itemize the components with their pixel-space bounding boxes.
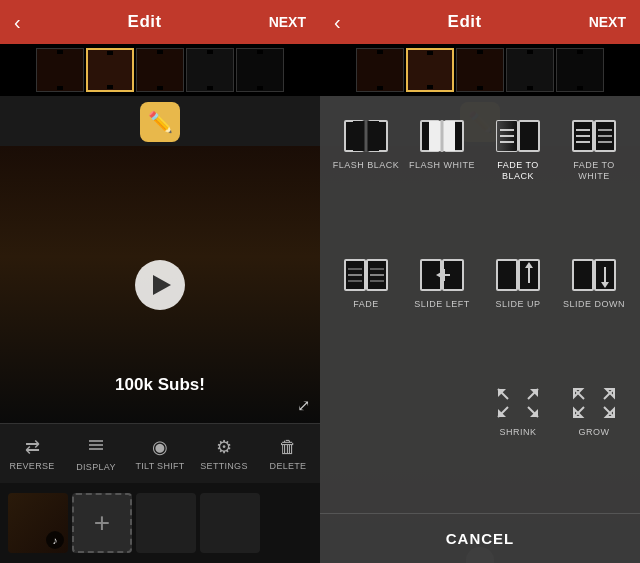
toolbar-item-tiltshift[interactable]: ◉ TILT SHIFT — [128, 436, 192, 471]
reverse-icon: ⇄ — [25, 436, 40, 458]
flash-black-icon — [342, 118, 390, 154]
transition-slide-down[interactable]: SLIDE DOWN — [556, 249, 632, 377]
transition-slide-left[interactable]: SLIDE LEFT — [404, 249, 480, 377]
fade-label: FADE — [353, 299, 379, 310]
toolbar-item-delete[interactable]: 🗑 DELETE — [256, 437, 320, 471]
fade-icon — [342, 257, 390, 293]
slide-down-label: SLIDE DOWN — [563, 299, 625, 310]
tiltshift-label: TILT SHIFT — [135, 461, 184, 471]
svg-line-56 — [604, 389, 614, 399]
right-film-frame[interactable] — [556, 48, 604, 92]
transition-empty — [328, 377, 404, 505]
film-frame-selected[interactable] — [86, 48, 134, 92]
transition-empty2 — [404, 377, 480, 505]
right-next-button[interactable]: NEXT — [589, 14, 626, 30]
right-panel: ‹ Edit NEXT ✏️ — [320, 0, 640, 563]
delete-label: DELETE — [270, 461, 307, 471]
empty-clip-2 — [200, 493, 260, 553]
film-frame[interactable] — [186, 48, 234, 92]
left-video-title: 100k Subs! — [115, 375, 205, 395]
clip-thumb-1[interactable]: ♪ — [8, 493, 68, 553]
left-filmstrip — [0, 44, 320, 96]
transition-fade-to-white[interactable]: FADE TO WHITE — [556, 110, 632, 249]
grow-icon — [570, 385, 618, 421]
svg-line-58 — [574, 407, 584, 417]
fade-to-white-label: FADE TO WHITE — [560, 160, 628, 182]
reverse-label: REVERSE — [9, 461, 54, 471]
transition-grid: FLASH BLACK FLASH WHITE — [320, 96, 640, 513]
right-film-frame-selected[interactable] — [406, 48, 454, 92]
film-frame[interactable] — [36, 48, 84, 92]
transition-slide-up[interactable]: SLIDE UP — [480, 249, 556, 377]
left-panel: ‹ Edit NEXT ✏️ 100k Subs! ⤢ ⇄ REVERSE — [0, 0, 320, 563]
flash-white-label: FLASH WHITE — [409, 160, 475, 171]
svg-line-60 — [604, 407, 614, 417]
flash-white-icon — [418, 118, 466, 154]
shrink-icon — [494, 385, 542, 421]
fade-to-black-icon — [494, 118, 542, 154]
svg-line-54 — [574, 389, 584, 399]
transition-flash-black[interactable]: FLASH BLACK — [328, 110, 404, 249]
transition-shrink[interactable]: SHRINK — [480, 377, 556, 505]
grow-label: GROW — [579, 427, 610, 438]
settings-label: SETTINGS — [200, 461, 247, 471]
display-label: DISPLAY — [76, 462, 115, 472]
svg-rect-42 — [573, 260, 593, 290]
toolbar-item-settings[interactable]: ⚙ SETTINGS — [192, 436, 256, 471]
slide-up-label: SLIDE UP — [495, 299, 540, 310]
transition-grow[interactable]: GROW — [556, 377, 632, 505]
left-bottom-toolbar: ⇄ REVERSE DISPLAY ◉ TILT SHIFT ⚙ SETTING… — [0, 423, 320, 483]
film-frame[interactable] — [236, 48, 284, 92]
right-back-button[interactable]: ‹ — [334, 11, 341, 34]
film-frame[interactable] — [136, 48, 184, 92]
left-title: Edit — [128, 12, 162, 32]
shrink-label: SHRINK — [499, 427, 536, 438]
left-top-bar: ‹ Edit NEXT — [0, 0, 320, 44]
left-clip-strip: ♪ + — [0, 483, 320, 563]
transition-fade-to-black[interactable]: FADE TO BLACK — [480, 110, 556, 249]
right-film-frame[interactable] — [506, 48, 554, 92]
slide-left-icon — [418, 257, 466, 293]
left-edit-icon-wrap: ✏️ — [0, 96, 320, 146]
left-video-area: 100k Subs! ⤢ — [0, 146, 320, 423]
transition-overlay: FLASH BLACK FLASH WHITE — [320, 96, 640, 563]
tiltshift-icon: ◉ — [152, 436, 168, 458]
fade-to-white-icon — [570, 118, 618, 154]
right-top-bar: ‹ Edit NEXT — [320, 0, 640, 44]
transition-fade[interactable]: FADE — [328, 249, 404, 377]
delete-icon: 🗑 — [279, 437, 297, 458]
audio-icon: ♪ — [46, 531, 64, 549]
fade-to-black-label: FADE TO BLACK — [484, 160, 552, 182]
flash-black-label: FLASH BLACK — [333, 160, 400, 171]
right-title: Edit — [448, 12, 482, 32]
toolbar-item-reverse[interactable]: ⇄ REVERSE — [0, 436, 64, 471]
right-filmstrip — [320, 44, 640, 96]
svg-rect-38 — [497, 260, 517, 290]
toolbar-item-display[interactable]: DISPLAY — [64, 436, 128, 472]
display-icon — [87, 436, 105, 459]
empty-clip-1 — [136, 493, 196, 553]
left-edit-icon-badge[interactable]: ✏️ — [140, 102, 180, 142]
add-clip-button[interactable]: + — [72, 493, 132, 553]
slide-left-label: SLIDE LEFT — [414, 299, 470, 310]
left-play-button[interactable] — [135, 260, 185, 310]
left-next-button[interactable]: NEXT — [269, 14, 306, 30]
svg-rect-13 — [519, 121, 539, 151]
right-film-frame[interactable] — [456, 48, 504, 92]
cancel-bar[interactable]: CANCEL — [320, 513, 640, 563]
slide-down-icon — [570, 257, 618, 293]
left-expand-icon[interactable]: ⤢ — [297, 396, 310, 415]
settings-icon: ⚙ — [216, 436, 232, 458]
left-back-button[interactable]: ‹ — [14, 11, 21, 34]
slide-up-icon — [494, 257, 542, 293]
right-film-frame[interactable] — [356, 48, 404, 92]
cancel-label[interactable]: CANCEL — [446, 530, 515, 547]
transition-flash-white[interactable]: FLASH WHITE — [404, 110, 480, 249]
